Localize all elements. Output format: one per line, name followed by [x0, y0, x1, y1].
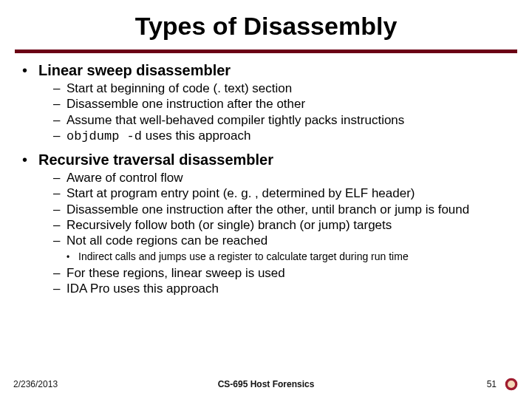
footer-date: 2/236/2013 — [13, 379, 58, 389]
list-item: –Recursively follow both (or single) bra… — [53, 217, 510, 233]
dash-icon: – — [53, 233, 66, 248]
university-logo-icon — [504, 377, 519, 392]
dash-icon: – — [53, 265, 66, 281]
item-text: Disassemble one instruction after the ot… — [66, 202, 469, 217]
dash-icon: – — [53, 281, 66, 296]
dash-icon: – — [53, 185, 66, 201]
list-item: •Indirect calls and jumps use a register… — [66, 250, 510, 264]
item-text: Start at program entry point (e. g. , de… — [66, 185, 415, 201]
list-item: –For these regions, linear sweep is used — [53, 265, 510, 281]
section-heading: Recursive traversal disassembler — [38, 151, 273, 168]
item-text: Not all code regions can be reached — [66, 233, 267, 248]
slide: Types of Disassembly • Linear sweep disa… — [0, 0, 532, 399]
item-text: Indirect calls and jumps use a register … — [78, 250, 409, 263]
bullet-dot-icon: • — [66, 252, 78, 264]
dash-icon: – — [53, 170, 66, 185]
list-item: –Disassemble one instruction after the o… — [53, 202, 510, 217]
bullet-list-level2: –Start at beginning of code (. text) sec… — [22, 81, 510, 144]
slide-content: • Linear sweep disassembler –Start at be… — [15, 62, 517, 296]
list-item: –IDA Pro uses this approach — [53, 281, 510, 296]
item-text: uses this approach — [142, 129, 250, 143]
list-item: –Not all code regions can be reached — [53, 233, 510, 248]
bullet-dot-icon: • — [22, 151, 38, 168]
svg-point-1 — [508, 381, 515, 388]
item-text: Disassemble one instruction after the ot… — [66, 96, 305, 112]
section-linear-sweep: • Linear sweep disassembler –Start at be… — [22, 62, 510, 144]
item-text: For these regions, linear sweep is used — [66, 265, 285, 281]
dash-icon: – — [53, 112, 66, 128]
bullet-list-level2: –For these regions, linear sweep is used… — [22, 265, 510, 297]
section-recursive-traversal: • Recursive traversal disassembler –Awar… — [22, 151, 510, 296]
list-item: –Assume that well-behaved compiler tight… — [53, 112, 510, 128]
item-text: Aware of control flow — [66, 170, 183, 185]
list-item: –Aware of control flow — [53, 170, 510, 185]
section-heading: Linear sweep disassembler — [38, 62, 231, 79]
item-text: Start at beginning of code (. text) sect… — [66, 81, 292, 96]
page-number: 51 — [487, 379, 497, 389]
bullet-list-level2: –Aware of control flow –Start at program… — [22, 170, 510, 248]
footer-course: CS-695 Host Forensics — [218, 379, 315, 389]
item-text: Recursively follow both (or single) bran… — [66, 217, 392, 233]
item-text: Assume that well-behaved compiler tightl… — [66, 112, 404, 128]
dash-icon: – — [53, 96, 66, 112]
slide-title: Types of Disassembly — [15, 12, 517, 41]
bullet-list-level1: • Linear sweep disassembler –Start at be… — [22, 62, 510, 296]
dash-icon: – — [53, 217, 66, 233]
list-item: –objdump -d uses this approach — [53, 128, 510, 144]
dash-icon: – — [53, 128, 66, 143]
bullet-dot-icon: • — [22, 62, 38, 79]
dash-icon: – — [53, 81, 66, 96]
slide-footer: 2/236/2013 CS-695 Host Forensics 51 — [0, 377, 532, 392]
list-item: –Disassemble one instruction after the o… — [53, 96, 510, 112]
list-item: –Start at program entry point (e. g. , d… — [53, 185, 510, 201]
list-item: –Start at beginning of code (. text) sec… — [53, 81, 510, 96]
code-text: objdump -d — [66, 129, 142, 143]
dash-icon: – — [53, 202, 66, 217]
bullet-list-level3: •Indirect calls and jumps use a register… — [22, 250, 510, 264]
item-text: IDA Pro uses this approach — [66, 281, 219, 296]
title-underline — [15, 50, 517, 53]
